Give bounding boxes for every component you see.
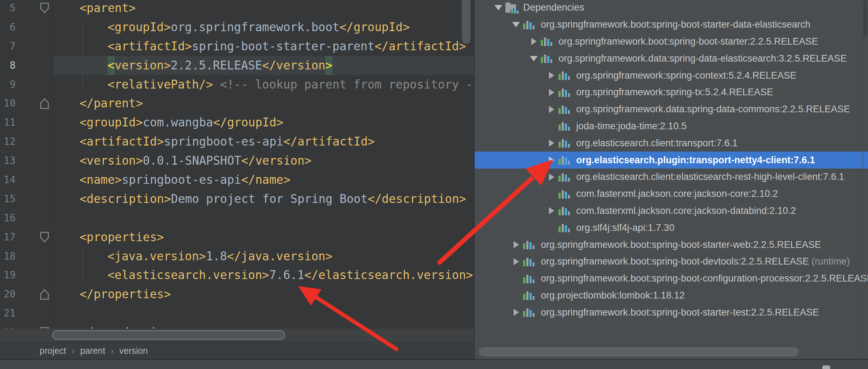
code-line[interactable]: 20</properties> — [0, 285, 474, 304]
line-number: 7 — [0, 37, 16, 56]
code-text: <groupId>com.wangba</groupId> — [80, 113, 283, 132]
line-number: 21 — [0, 304, 16, 323]
chevron-right-icon[interactable] — [547, 89, 556, 96]
code-line[interactable]: 8<version>2.2.5.RELEASE</version> — [0, 56, 474, 75]
code-line[interactable]: 19<elasticsearch.version>7.6.1</elastics… — [0, 266, 474, 285]
maven-artifact-icon — [523, 256, 536, 267]
tree-row[interactable]: org.springframework.data:spring-data-ela… — [475, 50, 868, 67]
maven-artifact-icon — [559, 205, 571, 216]
tree-row[interactable]: org.springframework:spring-tx:5.2.4.RELE… — [475, 84, 868, 101]
line-number: 15 — [0, 189, 16, 209]
dependency-label: org.springframework.boot:spring-boot-sta… — [541, 239, 821, 250]
chevron-right-icon[interactable] — [547, 174, 556, 181]
chevron-right-icon[interactable] — [547, 72, 556, 79]
tree-row[interactable]: com.fasterxml.jackson.core:jackson-datab… — [475, 203, 868, 220]
line-number: 5 — [0, 0, 16, 18]
panel-horizontal-scrollbar-thumb[interactable] — [479, 347, 799, 357]
dependency-label: org.springframework.data:spring-data-ela… — [559, 53, 847, 64]
tree-row[interactable]: org.springframework:spring-context:5.2.4… — [475, 67, 868, 84]
tree-row[interactable]: org.springframework.data:spring-data-com… — [475, 101, 868, 118]
code-line[interactable]: 12<artifactId>springboot-es-api</artifac… — [0, 132, 474, 151]
code-text: <parent> — [80, 0, 136, 18]
tree-row[interactable]: com.fasterxml.jackson.core:jackson-core:… — [475, 186, 868, 203]
tree-row[interactable]: Dependencies — [475, 0, 868, 16]
indent-guide — [82, 18, 83, 94]
chevron-down-icon[interactable] — [512, 22, 520, 27]
code-area[interactable]: 5<parent>6<groupId>org.springframework.b… — [0, 0, 474, 329]
editor-vertical-scrollbar-thumb[interactable] — [462, 0, 470, 44]
tree-row[interactable]: org.springframework.boot:spring-boot-sta… — [475, 33, 868, 50]
dependency-label: org.springframework:spring-context:5.2.4… — [576, 70, 797, 81]
indent-guide — [82, 247, 83, 285]
maven-artifact-icon — [559, 188, 571, 200]
breadcrumb-bar: project›parent›version — [0, 342, 474, 359]
code-line[interactable]: 9<relativePath/> <!-- lookup parent from… — [0, 75, 474, 94]
tree-row[interactable]: org.projectlombok:lombok:1.18.12 — [475, 287, 868, 304]
tree-row[interactable]: org.springframework.boot:spring-boot-dev… — [475, 253, 868, 270]
fold-marker-icon[interactable] — [40, 288, 50, 300]
fold-marker-icon[interactable] — [40, 231, 50, 243]
chevron-down-icon[interactable] — [530, 56, 538, 61]
editor-horizontal-scrollbar-track[interactable] — [0, 329, 474, 342]
dependency-tree: Dependenciesorg.springframework.boot:spr… — [475, 0, 868, 321]
dependency-label: org.springframework.data:spring-data-com… — [576, 104, 850, 115]
code-line[interactable]: 7<artifactId>spring-boot-starter-parent<… — [0, 37, 474, 56]
code-line[interactable]: 10</parent> — [0, 94, 474, 113]
code-line[interactable]: 15<description>Demo project for Spring B… — [0, 189, 474, 209]
maven-artifact-icon — [541, 53, 554, 64]
maven-dependencies-folder-icon — [505, 2, 519, 13]
chevron-right-icon[interactable] — [512, 309, 520, 316]
chevron-right-icon[interactable] — [547, 140, 556, 147]
line-number: 14 — [0, 170, 16, 189]
fold-marker-icon[interactable] — [40, 2, 50, 14]
line-number: 20 — [0, 285, 16, 304]
code-text: <properties> — [80, 228, 164, 247]
tree-row[interactable]: org.elasticsearch.client:transport:7.6.1 — [475, 135, 868, 152]
maven-dependencies-panel[interactable]: Dependenciesorg.springframework.boot:spr… — [474, 0, 868, 359]
line-number: 11 — [0, 113, 16, 132]
code-line[interactable]: 18<java.version>1.8</java.version> — [0, 247, 474, 266]
breadcrumb-separator: › — [111, 346, 114, 356]
code-line[interactable]: 21 — [0, 304, 474, 323]
chevron-right-icon[interactable] — [512, 241, 520, 248]
chevron-right-icon[interactable] — [512, 258, 520, 265]
code-line[interactable]: 13<version>0.0.1-SNAPSHOT</version> — [0, 151, 474, 170]
code-text: <groupId>org.springframework.boot</group… — [108, 18, 410, 37]
code-line[interactable]: 16 — [0, 209, 474, 228]
dependency-label: org.elasticsearch.client:elasticsearch-r… — [576, 171, 844, 182]
tree-row[interactable]: joda-time:joda-time:2.10.5 — [475, 118, 868, 135]
breadcrumb-item[interactable]: parent — [80, 346, 105, 356]
chevron-down-icon[interactable] — [494, 5, 503, 10]
code-line[interactable]: 5<parent> — [0, 0, 474, 18]
breadcrumb-item[interactable]: project — [40, 346, 66, 356]
panel-vertical-scrollbar-thumb[interactable] — [863, 0, 867, 37]
code-line[interactable]: 6<groupId>org.springframework.boot</grou… — [0, 18, 474, 37]
editor-horizontal-scrollbar-thumb[interactable] — [52, 330, 285, 340]
code-text: <description>Demo project for Spring Boo… — [80, 189, 466, 209]
tree-row[interactable]: org.springframework.boot:spring-boot-sta… — [475, 16, 868, 33]
line-number: 6 — [0, 18, 16, 37]
breadcrumb-item[interactable]: version — [119, 346, 148, 356]
chevron-right-icon[interactable] — [530, 38, 538, 45]
chevron-right-icon[interactable] — [547, 157, 556, 164]
chevron-right-icon[interactable] — [547, 207, 556, 214]
code-text: </properties> — [80, 285, 171, 304]
tree-row[interactable]: org.slf4j:slf4j-api:1.7.30 — [475, 219, 868, 236]
tree-row[interactable]: org.springframework.boot:spring-boot-sta… — [475, 304, 868, 321]
xml-editor-pane[interactable]: 5<parent>6<groupId>org.springframework.b… — [0, 0, 474, 369]
code-line[interactable]: 17<properties> — [0, 228, 474, 247]
code-line[interactable]: 14<name>springboot-es-api</name> — [0, 170, 474, 189]
chevron-right-icon[interactable] — [547, 106, 556, 113]
dependency-label: org.elasticsearch.client:transport:7.6.1 — [576, 138, 737, 149]
tree-row-selected[interactable]: org.elasticsearch.plugin:transport-netty… — [475, 152, 868, 169]
code-line[interactable]: 11<groupId>com.wangba</groupId> — [0, 113, 474, 132]
code-text: <version>2.2.5.RELEASE</version> — [108, 56, 332, 75]
tree-row[interactable]: org.springframework.boot:spring-boot-sta… — [475, 236, 868, 253]
dependency-label: com.fasterxml.jackson.core:jackson-core:… — [576, 188, 778, 199]
breadcrumb: project›parent›version — [40, 342, 148, 359]
tree-row[interactable]: org.elasticsearch.client:elasticsearch-r… — [475, 169, 868, 186]
dependency-label: org.springframework.boot:spring-boot-dev… — [541, 256, 850, 267]
maven-artifact-icon — [559, 222, 571, 233]
tree-row[interactable]: org.springframework.boot:spring-boot-con… — [475, 270, 868, 287]
fold-marker-icon[interactable] — [40, 97, 50, 109]
